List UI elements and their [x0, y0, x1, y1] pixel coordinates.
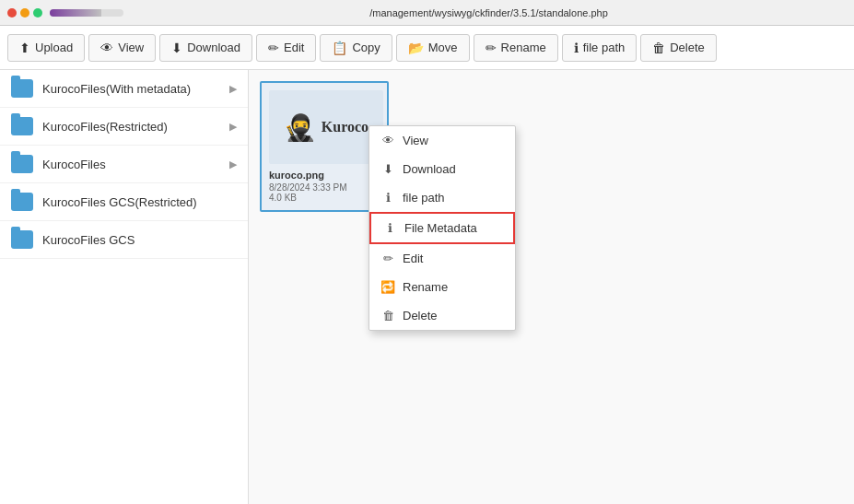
kuroco-text: Kuroco — [322, 119, 369, 135]
copy-label: Copy — [352, 41, 380, 54]
edit-label: Edit — [284, 41, 304, 54]
info-icon: ℹ — [382, 221, 397, 235]
sidebar-item-kurocowithmetadata[interactable]: KurocoFiles(With metadata) ▶ — [0, 70, 248, 108]
file-size: 4.0 KB — [269, 193, 380, 203]
download-button[interactable]: ⬇ Download — [159, 34, 252, 62]
chevron-right-icon: ▶ — [229, 158, 237, 170]
context-menu-delete-label: Delete — [403, 309, 438, 322]
context-menu-item-delete[interactable]: 🗑 Delete — [369, 301, 515, 330]
folder-icon — [11, 155, 33, 173]
upload-button[interactable]: ⬆ Upload — [7, 34, 85, 62]
folder-icon — [11, 117, 33, 135]
sidebar-item-kurocoGCSRestricted[interactable]: KurocoFiles GCS(Restricted) — [0, 183, 248, 221]
context-menu-rename-label: Rename — [403, 280, 448, 294]
context-menu-item-filemetadata[interactable]: ℹ File Metadata — [369, 212, 515, 244]
folder-icon — [11, 230, 33, 249]
rename-icon: 🔁 — [380, 280, 395, 294]
context-menu-item-view[interactable]: 👁 View — [369, 126, 515, 155]
context-menu-item-rename[interactable]: 🔁 Rename — [369, 273, 515, 301]
toolbar: ⬆ Upload 👁 View ⬇ Download ✏ Edit 📋 Copy… — [0, 26, 854, 70]
rename-label: Rename — [501, 41, 546, 54]
view-button[interactable]: 👁 View — [88, 34, 156, 62]
context-menu-item-edit[interactable]: ✏ Edit — [369, 244, 515, 273]
folder-icon — [11, 79, 33, 98]
context-menu-download-label: Download — [403, 162, 456, 176]
context-menu-item-download[interactable]: ⬇ Download — [369, 155, 515, 183]
download-icon: ⬇ — [171, 41, 182, 55]
context-menu-edit-label: Edit — [403, 252, 423, 265]
kuroco-logo: 🥷 Kuroco — [284, 112, 369, 143]
copy-button[interactable]: 📋 Copy — [320, 34, 392, 62]
maximize-dot[interactable] — [33, 8, 42, 18]
chevron-right-icon: ▶ — [229, 83, 237, 95]
content-area: 🥷 Kuroco kuroco.png 8/28/2024 3:33 PM 4.… — [249, 70, 854, 504]
sidebar-item-kurocoGCS[interactable]: KurocoFiles GCS — [0, 221, 248, 259]
view-label: View — [118, 41, 144, 54]
context-menu: 👁 View ⬇ Download ℹ file path ℹ File Met… — [369, 125, 516, 331]
progress-bar-fill — [50, 9, 101, 17]
folder-icon — [11, 193, 33, 211]
minimize-dot[interactable] — [20, 8, 29, 18]
context-menu-filemetadata-label: File Metadata — [404, 221, 477, 235]
url-bar[interactable]: /management/wysiwyg/ckfinder/3.5.1/stand… — [131, 7, 847, 18]
filepath-label: file path — [583, 41, 626, 54]
context-menu-item-filepath[interactable]: ℹ file path — [369, 183, 515, 212]
sidebar-item-label: KurocoFiles GCS — [42, 233, 237, 247]
delete-label: Delete — [670, 41, 705, 54]
sidebar-item-label: KurocoFiles — [42, 158, 220, 171]
sidebar-item-label: KurocoFiles(With metadata) — [42, 82, 220, 96]
move-button[interactable]: 📂 Move — [396, 34, 470, 62]
upload-icon: ⬆ — [19, 41, 30, 55]
view-icon: 👁 — [100, 41, 113, 55]
edit-button[interactable]: ✏ Edit — [256, 34, 316, 62]
rename-button[interactable]: ✏ Rename — [474, 34, 558, 62]
sidebar-item-kurocoFiles[interactable]: KurocoFiles ▶ — [0, 146, 248, 183]
file-name: kuroco.png — [269, 170, 380, 181]
copy-icon: 📋 — [332, 41, 347, 55]
sidebar-item-label: KurocoFiles GCS(Restricted) — [42, 195, 237, 209]
sidebar-item-kurocoRestricted[interactable]: KurocoFiles(Restricted) ▶ — [0, 108, 248, 146]
edit-icon: ✏ — [380, 252, 395, 265]
filepath-icon: ℹ — [574, 41, 579, 55]
delete-button[interactable]: 🗑 Delete — [640, 34, 717, 62]
thumbnail-image: 🥷 Kuroco — [269, 90, 383, 164]
upload-label: Upload — [35, 41, 73, 54]
download-label: Download — [187, 41, 240, 54]
sidebar-item-label: KurocoFiles(Restricted) — [42, 120, 220, 134]
move-icon: 📂 — [408, 41, 424, 55]
window-controls — [7, 8, 42, 18]
chevron-right-icon: ▶ — [229, 121, 237, 133]
main-layout: KurocoFiles(With metadata) ▶ KurocoFiles… — [0, 70, 854, 504]
file-date: 8/28/2024 3:33 PM — [269, 182, 380, 193]
edit-icon: ✏ — [268, 41, 279, 55]
ninja-icon: 🥷 — [284, 112, 316, 143]
trash-icon: 🗑 — [380, 309, 395, 322]
info-icon: ℹ — [380, 191, 395, 205]
progress-bar — [50, 9, 123, 17]
download-icon: ⬇ — [380, 162, 395, 176]
context-menu-filepath-label: file path — [403, 191, 445, 205]
rename-icon: ✏ — [485, 41, 497, 55]
filepath-button[interactable]: ℹ file path — [562, 34, 638, 62]
title-bar: /management/wysiwyg/ckfinder/3.5.1/stand… — [0, 0, 854, 26]
close-dot[interactable] — [7, 8, 17, 18]
sidebar: KurocoFiles(With metadata) ▶ KurocoFiles… — [0, 70, 249, 504]
eye-icon: 👁 — [380, 134, 395, 147]
delete-icon: 🗑 — [652, 41, 665, 55]
context-menu-view-label: View — [403, 134, 428, 147]
move-label: Move — [428, 41, 458, 54]
